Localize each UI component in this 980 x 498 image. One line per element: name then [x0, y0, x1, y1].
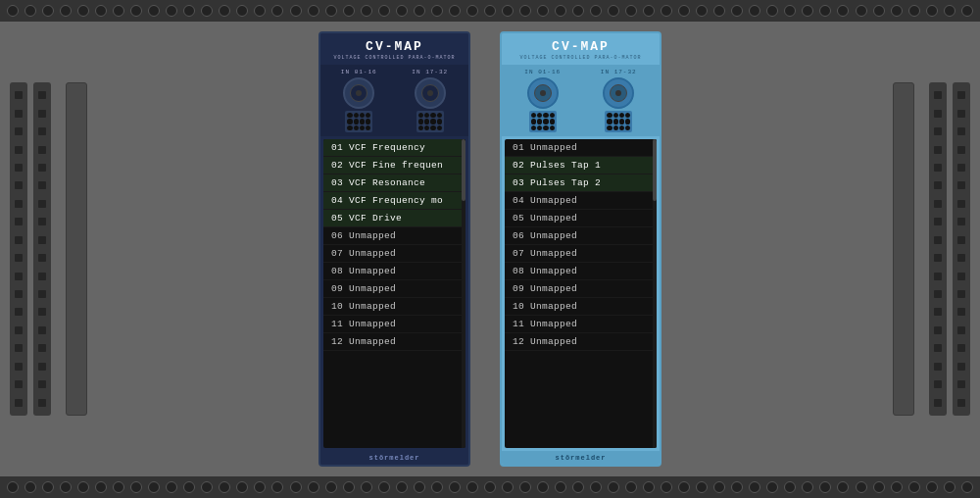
- rail-hole: [784, 481, 796, 493]
- rail-hole: [908, 481, 920, 493]
- rail-hole: [60, 481, 72, 493]
- channel-hole: [934, 399, 942, 407]
- rail-hole: [449, 5, 461, 17]
- channel-hole: [957, 236, 965, 244]
- rail-hole: [24, 5, 36, 17]
- param-row[interactable]: 11 Unmapped: [323, 316, 466, 333]
- rail-hole: [431, 481, 443, 493]
- dark-input2-dot: [427, 90, 433, 96]
- blue-module-inputs: IN 01-16 IN 17-32: [502, 65, 660, 136]
- channel-hole: [38, 146, 46, 154]
- channel-hole: [38, 380, 46, 388]
- rail-hole: [466, 5, 478, 17]
- grid-dot: [366, 125, 370, 130]
- param-row[interactable]: 08 Unmapped: [505, 263, 657, 280]
- grid-dot: [437, 125, 442, 130]
- rail-hole: [590, 5, 602, 17]
- right-channel-1: [929, 82, 947, 416]
- dark-input1-connector[interactable]: [343, 77, 374, 109]
- rail-hole: [308, 5, 319, 17]
- param-row[interactable]: 11 Unmapped: [505, 316, 657, 333]
- dark-module-title: CV-MAP: [324, 39, 465, 54]
- channel-hole: [934, 110, 942, 118]
- blue-scrollbar[interactable]: [653, 139, 657, 448]
- grid-dot: [418, 119, 423, 124]
- channel-hole: [38, 326, 46, 334]
- param-row[interactable]: 06 Unmapped: [323, 227, 466, 245]
- rail-hole: [856, 5, 867, 17]
- param-row[interactable]: 06 Unmapped: [505, 227, 657, 245]
- grid-dot: [607, 125, 612, 130]
- param-row[interactable]: 10 Unmapped: [505, 298, 657, 316]
- param-row[interactable]: 04 VCF Frequency mo: [323, 192, 466, 210]
- left-channel-1: [10, 82, 27, 416]
- param-row[interactable]: 10 Unmapped: [323, 298, 466, 316]
- grid-dot: [537, 119, 542, 124]
- dark-scroll-thumb: [462, 139, 466, 201]
- channel-hole: [934, 164, 942, 172]
- rail-hole: [661, 481, 672, 493]
- rail-hole: [873, 5, 885, 17]
- param-row[interactable]: 12 Unmapped: [323, 333, 466, 351]
- rail-hole: [414, 481, 425, 493]
- param-row[interactable]: 08 Unmapped: [323, 263, 466, 280]
- rail-hole: [254, 5, 266, 17]
- channel-hole: [934, 326, 942, 334]
- rail-hole: [236, 5, 248, 17]
- param-row[interactable]: 12 Unmapped: [505, 333, 657, 351]
- grid-dot: [543, 113, 548, 118]
- channel-hole: [15, 146, 23, 154]
- blue-input1-connector[interactable]: [527, 77, 559, 109]
- rail-hole: [113, 481, 124, 493]
- rail-hole: [148, 481, 160, 493]
- param-row[interactable]: 03 VCF Resonance: [323, 174, 466, 192]
- channel-hole: [38, 164, 46, 172]
- param-row[interactable]: 09 Unmapped: [505, 280, 657, 298]
- grid-dot: [437, 113, 442, 118]
- grid-dot: [537, 113, 542, 118]
- param-row[interactable]: 07 Unmapped: [323, 245, 466, 263]
- dark-scrollbar[interactable]: [462, 139, 466, 448]
- channel-hole: [957, 380, 965, 388]
- rail-hole: [396, 481, 408, 493]
- rail-hole: [608, 481, 619, 493]
- rail-hole: [819, 481, 831, 493]
- rail-hole: [696, 5, 708, 17]
- channel-hole: [934, 308, 942, 316]
- channel-hole: [934, 254, 942, 262]
- rail-hole: [713, 5, 725, 17]
- param-row[interactable]: 03 Pulses Tap 2: [505, 174, 657, 192]
- rail-hole: [555, 481, 566, 493]
- grid-dot: [360, 119, 365, 124]
- rail-hole: [749, 481, 760, 493]
- rail-hole: [60, 5, 72, 17]
- param-row[interactable]: 07 Unmapped: [505, 245, 657, 263]
- param-row[interactable]: 04 Unmapped: [505, 192, 657, 210]
- param-row[interactable]: 01 VCF Frequency: [323, 139, 466, 157]
- grid-dot: [619, 113, 624, 118]
- rail-hole: [325, 481, 337, 493]
- param-row[interactable]: 05 VCF Drive: [323, 210, 466, 227]
- blue-input-group-2: IN 17-32: [601, 69, 637, 132]
- param-row[interactable]: 02 Pulses Tap 1: [505, 157, 657, 174]
- channel-hole: [957, 164, 965, 172]
- channel-hole: [38, 254, 46, 262]
- dark-input2-connector[interactable]: [415, 77, 446, 109]
- rail-hole: [271, 481, 283, 493]
- rail-hole: [502, 5, 514, 17]
- channel-hole: [934, 380, 942, 388]
- rail-hole: [254, 481, 266, 493]
- blue-input2-connector[interactable]: [603, 77, 634, 109]
- param-row[interactable]: 09 Unmapped: [323, 280, 466, 298]
- top-rail: [0, 0, 980, 22]
- grid-dot: [607, 119, 612, 124]
- bottom-rail-holes: [0, 481, 980, 493]
- channel-hole: [15, 308, 23, 316]
- blue-scroll-thumb: [653, 139, 657, 201]
- grid-dot: [430, 113, 435, 118]
- param-row[interactable]: 05 Unmapped: [505, 210, 657, 227]
- rail-hole: [130, 5, 142, 17]
- param-row[interactable]: 02 VCF Fine frequen: [323, 157, 466, 174]
- channel-hole: [957, 363, 965, 371]
- param-row[interactable]: 01 Unmapped: [505, 139, 657, 157]
